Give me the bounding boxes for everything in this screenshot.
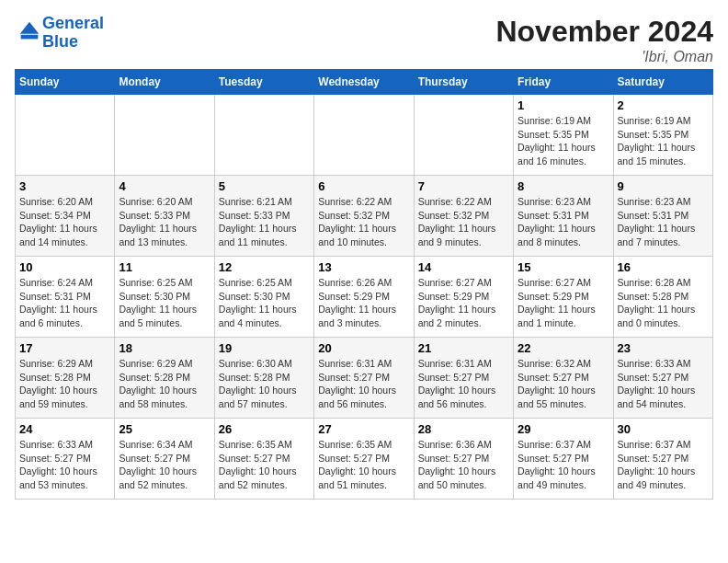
- day-info: Sunrise: 6:19 AM Sunset: 5:35 PM Dayligh…: [618, 114, 709, 168]
- calendar-cell: 18Sunrise: 6:29 AM Sunset: 5:28 PM Dayli…: [115, 338, 214, 419]
- day-info: Sunrise: 6:34 AM Sunset: 5:27 PM Dayligh…: [119, 438, 210, 492]
- calendar-cell: [214, 95, 313, 176]
- day-number: 7: [418, 179, 509, 193]
- location: 'Ibri, Oman: [495, 49, 713, 65]
- calendar-cell: 25Sunrise: 6:34 AM Sunset: 5:27 PM Dayli…: [115, 419, 214, 500]
- day-number: 28: [418, 422, 509, 436]
- calendar-cell: 1Sunrise: 6:19 AM Sunset: 5:35 PM Daylig…: [514, 95, 613, 176]
- calendar-cell: 23Sunrise: 6:33 AM Sunset: 5:27 PM Dayli…: [613, 338, 712, 419]
- day-number: 20: [318, 341, 409, 355]
- day-number: 13: [318, 260, 409, 274]
- calendar-cell: [16, 95, 115, 176]
- day-info: Sunrise: 6:20 AM Sunset: 5:34 PM Dayligh…: [19, 195, 110, 249]
- title-area: November 2024 'Ibri, Oman: [495, 15, 713, 65]
- svg-rect-1: [21, 35, 39, 40]
- calendar-cell: 6Sunrise: 6:22 AM Sunset: 5:32 PM Daylig…: [314, 176, 414, 257]
- week-row-4: 17Sunrise: 6:29 AM Sunset: 5:28 PM Dayli…: [16, 338, 713, 419]
- day-info: Sunrise: 6:23 AM Sunset: 5:31 PM Dayligh…: [518, 195, 609, 249]
- calendar-cell: 14Sunrise: 6:27 AM Sunset: 5:29 PM Dayli…: [414, 257, 513, 338]
- calendar-cell: 4Sunrise: 6:20 AM Sunset: 5:33 PM Daylig…: [115, 176, 214, 257]
- day-info: Sunrise: 6:32 AM Sunset: 5:27 PM Dayligh…: [518, 357, 609, 411]
- day-info: Sunrise: 6:26 AM Sunset: 5:29 PM Dayligh…: [318, 276, 409, 330]
- calendar-table: SundayMondayTuesdayWednesdayThursdayFrid…: [15, 69, 713, 500]
- day-info: Sunrise: 6:31 AM Sunset: 5:27 PM Dayligh…: [418, 357, 509, 411]
- day-header-monday: Monday: [115, 70, 214, 95]
- day-info: Sunrise: 6:25 AM Sunset: 5:30 PM Dayligh…: [119, 276, 210, 330]
- day-info: Sunrise: 6:22 AM Sunset: 5:32 PM Dayligh…: [418, 195, 509, 249]
- day-number: 10: [19, 260, 110, 274]
- logo-line2: Blue: [42, 32, 78, 51]
- calendar-cell: 30Sunrise: 6:37 AM Sunset: 5:27 PM Dayli…: [613, 419, 712, 500]
- day-info: Sunrise: 6:19 AM Sunset: 5:35 PM Dayligh…: [518, 114, 609, 168]
- calendar-cell: 9Sunrise: 6:23 AM Sunset: 5:31 PM Daylig…: [613, 176, 712, 257]
- day-number: 19: [219, 341, 310, 355]
- calendar-cell: 27Sunrise: 6:35 AM Sunset: 5:27 PM Dayli…: [314, 419, 414, 500]
- day-info: Sunrise: 6:27 AM Sunset: 5:29 PM Dayligh…: [518, 276, 609, 330]
- week-row-2: 3Sunrise: 6:20 AM Sunset: 5:34 PM Daylig…: [16, 176, 713, 257]
- day-info: Sunrise: 6:35 AM Sunset: 5:27 PM Dayligh…: [318, 438, 409, 492]
- calendar-cell: 26Sunrise: 6:35 AM Sunset: 5:27 PM Dayli…: [214, 419, 313, 500]
- calendar-cell: 29Sunrise: 6:37 AM Sunset: 5:27 PM Dayli…: [514, 419, 613, 500]
- calendar-cell: 12Sunrise: 6:25 AM Sunset: 5:30 PM Dayli…: [214, 257, 313, 338]
- calendar-cell: [414, 95, 513, 176]
- logo-icon: [17, 18, 42, 44]
- calendar-cell: 20Sunrise: 6:31 AM Sunset: 5:27 PM Dayli…: [314, 338, 414, 419]
- day-number: 27: [318, 422, 409, 436]
- header-row: SundayMondayTuesdayWednesdayThursdayFrid…: [16, 70, 713, 95]
- calendar-cell: 2Sunrise: 6:19 AM Sunset: 5:35 PM Daylig…: [613, 95, 712, 176]
- day-info: Sunrise: 6:24 AM Sunset: 5:31 PM Dayligh…: [19, 276, 110, 330]
- day-number: 26: [219, 422, 310, 436]
- logo-text: General Blue: [42, 15, 104, 52]
- day-info: Sunrise: 6:37 AM Sunset: 5:27 PM Dayligh…: [618, 438, 709, 492]
- month-title: November 2024: [495, 15, 713, 49]
- day-info: Sunrise: 6:37 AM Sunset: 5:27 PM Dayligh…: [518, 438, 609, 492]
- day-info: Sunrise: 6:35 AM Sunset: 5:27 PM Dayligh…: [219, 438, 310, 492]
- day-info: Sunrise: 6:33 AM Sunset: 5:27 PM Dayligh…: [618, 357, 709, 411]
- day-number: 25: [119, 422, 210, 436]
- day-number: 3: [19, 179, 110, 193]
- day-info: Sunrise: 6:27 AM Sunset: 5:29 PM Dayligh…: [418, 276, 509, 330]
- day-info: Sunrise: 6:20 AM Sunset: 5:33 PM Dayligh…: [119, 195, 210, 249]
- day-info: Sunrise: 6:23 AM Sunset: 5:31 PM Dayligh…: [618, 195, 709, 249]
- day-number: 5: [219, 179, 310, 193]
- day-number: 1: [518, 98, 609, 112]
- day-info: Sunrise: 6:21 AM Sunset: 5:33 PM Dayligh…: [219, 195, 310, 249]
- week-row-3: 10Sunrise: 6:24 AM Sunset: 5:31 PM Dayli…: [16, 257, 713, 338]
- day-header-wednesday: Wednesday: [314, 70, 414, 95]
- day-number: 23: [618, 341, 709, 355]
- calendar-cell: 3Sunrise: 6:20 AM Sunset: 5:34 PM Daylig…: [16, 176, 115, 257]
- calendar-cell: 10Sunrise: 6:24 AM Sunset: 5:31 PM Dayli…: [16, 257, 115, 338]
- day-number: 22: [518, 341, 609, 355]
- calendar-cell: 24Sunrise: 6:33 AM Sunset: 5:27 PM Dayli…: [16, 419, 115, 500]
- calendar-cell: [314, 95, 414, 176]
- logo: General Blue: [15, 15, 104, 52]
- calendar-cell: 22Sunrise: 6:32 AM Sunset: 5:27 PM Dayli…: [514, 338, 613, 419]
- calendar-cell: 15Sunrise: 6:27 AM Sunset: 5:29 PM Dayli…: [514, 257, 613, 338]
- calendar-cell: 5Sunrise: 6:21 AM Sunset: 5:33 PM Daylig…: [214, 176, 313, 257]
- day-number: 8: [518, 179, 609, 193]
- day-number: 4: [119, 179, 210, 193]
- calendar-cell: 19Sunrise: 6:30 AM Sunset: 5:28 PM Dayli…: [214, 338, 313, 419]
- day-header-thursday: Thursday: [414, 70, 513, 95]
- calendar-cell: 16Sunrise: 6:28 AM Sunset: 5:28 PM Dayli…: [613, 257, 712, 338]
- calendar-cell: 13Sunrise: 6:26 AM Sunset: 5:29 PM Dayli…: [314, 257, 414, 338]
- day-number: 17: [19, 341, 110, 355]
- day-info: Sunrise: 6:28 AM Sunset: 5:28 PM Dayligh…: [618, 276, 709, 330]
- day-header-tuesday: Tuesday: [214, 70, 313, 95]
- day-info: Sunrise: 6:25 AM Sunset: 5:30 PM Dayligh…: [219, 276, 310, 330]
- day-number: 18: [119, 341, 210, 355]
- calendar-cell: [115, 95, 214, 176]
- calendar-cell: 17Sunrise: 6:29 AM Sunset: 5:28 PM Dayli…: [16, 338, 115, 419]
- day-info: Sunrise: 6:29 AM Sunset: 5:28 PM Dayligh…: [119, 357, 210, 411]
- day-info: Sunrise: 6:29 AM Sunset: 5:28 PM Dayligh…: [19, 357, 110, 411]
- day-number: 15: [518, 260, 609, 274]
- calendar-cell: 8Sunrise: 6:23 AM Sunset: 5:31 PM Daylig…: [514, 176, 613, 257]
- day-info: Sunrise: 6:33 AM Sunset: 5:27 PM Dayligh…: [19, 438, 110, 492]
- day-info: Sunrise: 6:36 AM Sunset: 5:27 PM Dayligh…: [418, 438, 509, 492]
- day-info: Sunrise: 6:31 AM Sunset: 5:27 PM Dayligh…: [318, 357, 409, 411]
- day-number: 11: [119, 260, 210, 274]
- day-info: Sunrise: 6:22 AM Sunset: 5:32 PM Dayligh…: [318, 195, 409, 249]
- calendar-cell: 21Sunrise: 6:31 AM Sunset: 5:27 PM Dayli…: [414, 338, 513, 419]
- day-number: 21: [418, 341, 509, 355]
- day-number: 2: [618, 98, 709, 112]
